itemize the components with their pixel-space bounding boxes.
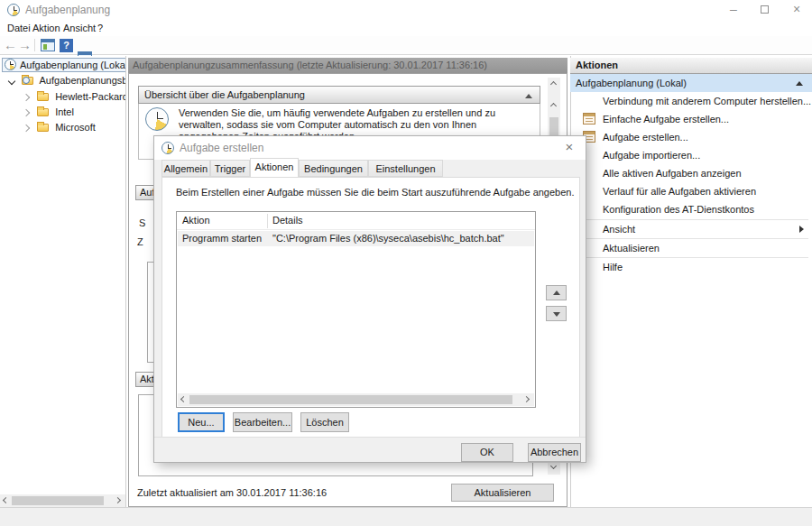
- status-fragment-1: S: [139, 217, 145, 228]
- cancel-button[interactable]: Abbrechen: [528, 443, 581, 462]
- tree-folder-label: Hewlett-Packard: [55, 91, 126, 102]
- scroll-up-icon[interactable]: [550, 81, 557, 88]
- column-divider[interactable]: [267, 214, 268, 228]
- action-create-task[interactable]: Aufgabe erstellen...: [570, 128, 812, 146]
- summary-header: Aufgabenplanungzusammenfassung (letzte A…: [128, 58, 567, 73]
- action-import-task[interactable]: Aufgabe importieren...: [570, 146, 812, 164]
- console-tree-panel: Aufgabenplanung (Lokal) Aufgabenplanungs…: [0, 56, 126, 507]
- move-down-button[interactable]: [546, 306, 567, 321]
- aktionen-tab-page: Beim Erstellen einer Aufgabe müssen Sie …: [161, 177, 580, 438]
- dialog-clock-icon: [161, 142, 174, 154]
- actions-panel-title: Aktionen: [570, 58, 812, 74]
- ok-button[interactable]: OK: [461, 443, 513, 462]
- submenu-arrow-icon: [799, 226, 804, 233]
- tab-trigger[interactable]: Trigger: [210, 160, 250, 177]
- help-icon[interactable]: ?: [60, 39, 73, 52]
- move-up-button[interactable]: [546, 285, 567, 300]
- menu-hilfe[interactable]: ?: [94, 22, 106, 36]
- status-fragment-2: Z: [137, 236, 143, 247]
- last-updated-text: Zuletzt aktualisiert am 30.01.2017 11:36…: [137, 487, 327, 498]
- actions-table[interactable]: Aktion Details Programm starten "C:\Prog…: [176, 211, 536, 408]
- maximize-button[interactable]: [761, 5, 769, 14]
- dialog-title: Aufgabe erstellen: [180, 142, 263, 154]
- action-create-basic-task[interactable]: Einfache Aufgabe erstellen...: [570, 110, 812, 128]
- tree-item-intel[interactable]: Intel: [23, 106, 74, 120]
- tree-item-microsoft[interactable]: Microsoft: [23, 121, 96, 135]
- tree-horizontal-scrollbar[interactable]: [0, 494, 125, 507]
- create-task-dialog: Aufgabe erstellen × Allgemein Trigger Ak…: [153, 135, 586, 463]
- actions-group-label: Aufgabenplanung (Lokal): [576, 78, 687, 88]
- overview-clock-icon: [145, 107, 169, 131]
- tree-item-root[interactable]: Aufgabenplanung (Lokal): [2, 58, 126, 72]
- tree-item-hewlett-packard[interactable]: Hewlett-Packard: [23, 90, 126, 105]
- edit-button[interactable]: Bearbeiten...: [233, 412, 292, 432]
- back-icon[interactable]: ←: [4, 38, 17, 52]
- actions-group-header[interactable]: Aufgabenplanung (Lokal): [570, 74, 812, 92]
- chevron-down-icon[interactable]: [8, 78, 15, 85]
- scroll-right-icon[interactable]: [523, 396, 530, 402]
- table-horizontal-scrollbar[interactable]: [178, 393, 534, 406]
- app-clock-icon: [7, 4, 20, 16]
- tree-root-label: Aufgabenplanung (Lokal): [20, 60, 126, 70]
- column-aktion[interactable]: Aktion: [182, 215, 210, 226]
- dialog-footer: OK Abbrechen: [154, 437, 586, 462]
- action-connect-other-computer[interactable]: Verbindung mit anderem Computer herstell…: [570, 92, 812, 110]
- tree-item-library[interactable]: Aufgabenplanungsbibliot: [9, 74, 126, 88]
- close-button[interactable]: ×: [783, 1, 810, 17]
- collapse-icon[interactable]: [796, 81, 803, 86]
- tab-aktionen[interactable]: Aktionen: [250, 158, 299, 177]
- tab-description: Beim Erstellen einer Aufgabe müssen Sie …: [176, 187, 575, 198]
- task-icon: [583, 113, 595, 125]
- folder-icon: [37, 124, 49, 132]
- scroll-right-icon[interactable]: [115, 497, 121, 503]
- show-console-tree-icon[interactable]: [41, 39, 55, 51]
- scrollbar-thumb[interactable]: [12, 496, 104, 505]
- action-help[interactable]: Hilfe: [570, 258, 812, 276]
- overview-section-header[interactable]: Übersicht über die Aufgabenplanung: [138, 86, 540, 104]
- overview-title: Übersicht über die Aufgabenplanung: [144, 89, 305, 100]
- tree-library-label: Aufgabenplanungsbibliot: [40, 75, 126, 86]
- dialog-title-bar: Aufgabe erstellen ×: [154, 136, 586, 160]
- action-view-menu[interactable]: Ansicht: [570, 220, 812, 238]
- cell-aktion: Programm starten: [182, 233, 262, 244]
- toolbar: ← → ?: [0, 36, 812, 55]
- cell-details: "C:\Program Files (x86)\syseca\asebis\hc…: [272, 233, 504, 244]
- folder-icon: [37, 108, 49, 116]
- tree-folder-label: Microsoft: [55, 122, 96, 133]
- dialog-close-icon[interactable]: ×: [558, 139, 580, 155]
- scroll-left-icon[interactable]: [180, 396, 187, 402]
- down-arrow-icon: [553, 312, 560, 317]
- menu-aktion[interactable]: Aktion: [29, 22, 64, 36]
- action-enable-task-history[interactable]: Verlauf für alle Aufgaben aktivieren: [570, 182, 812, 200]
- delete-button[interactable]: Löschen: [300, 412, 349, 432]
- column-details[interactable]: Details: [272, 215, 303, 226]
- action-show-running-tasks[interactable]: Alle aktiven Aufgaben anzeigen: [570, 164, 812, 182]
- new-button[interactable]: Neu...: [178, 412, 225, 432]
- action-at-service-config[interactable]: Konfiguration des AT-Dienstkontos: [570, 200, 812, 218]
- app-window: Aufgabenplanung – × Datei Aktion Ansicht…: [0, 0, 812, 526]
- up-arrow-icon: [553, 291, 560, 295]
- title-bar: Aufgabenplanung – ×: [0, 0, 812, 20]
- toolbar-separator: [34, 39, 35, 51]
- chevron-right-icon[interactable]: [23, 125, 30, 132]
- scroll-left-icon[interactable]: [3, 497, 9, 503]
- tab-allgemein[interactable]: Allgemein: [161, 160, 210, 177]
- tab-einstellungen[interactable]: Einstellungen: [368, 160, 443, 177]
- action-refresh[interactable]: Aktualisieren: [570, 239, 812, 257]
- scroll-down-icon[interactable]: [550, 463, 557, 469]
- table-row[interactable]: Programm starten "C:\Program Files (x86)…: [178, 231, 534, 246]
- folder-icon: [37, 93, 49, 101]
- table-header: Aktion Details: [177, 212, 535, 230]
- collapse-icon[interactable]: [525, 94, 532, 98]
- scroll-up-icon[interactable]: [550, 103, 557, 109]
- minimize-button[interactable]: –: [720, 1, 747, 17]
- menu-bar: Datei Aktion Ansicht ?: [0, 20, 812, 36]
- forward-icon[interactable]: →: [18, 38, 32, 52]
- chevron-right-icon[interactable]: [23, 109, 30, 116]
- window-title: Aufgabenplanung: [25, 4, 110, 16]
- scrollbar-thumb[interactable]: [189, 395, 512, 404]
- window-footer: [0, 507, 812, 526]
- tab-bedingungen[interactable]: Bedingungen: [299, 160, 368, 177]
- chevron-right-icon[interactable]: [23, 94, 30, 101]
- refresh-button[interactable]: Aktualisieren: [451, 484, 554, 502]
